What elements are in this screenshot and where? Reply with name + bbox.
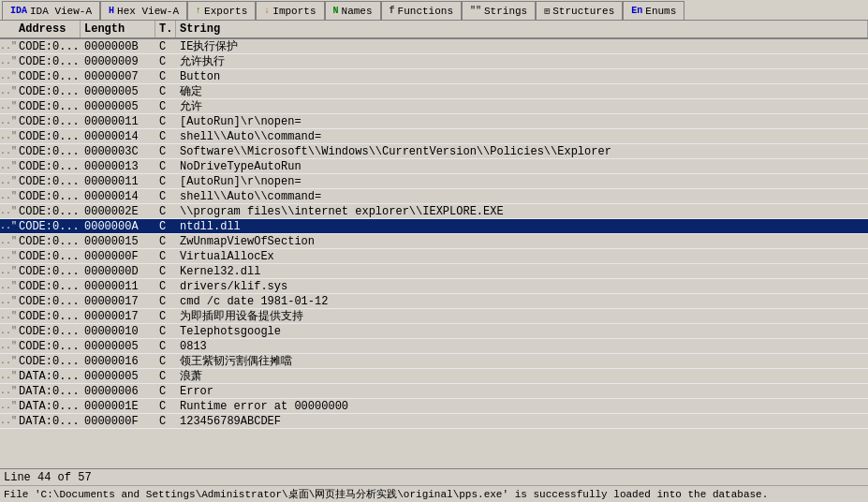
row-address: CODE:0... <box>15 115 81 128</box>
tab-imports-label: Imports <box>272 6 316 17</box>
tab-bar: IDA IDA View-A H Hex View-A ↑ Exports ↓ … <box>0 0 868 21</box>
row-string: ZwUnmapViewOfSection <box>176 235 868 248</box>
row-address: CODE:0... <box>15 145 81 158</box>
row-string: 允许执行 <box>176 53 868 69</box>
row-length: 00000016 <box>81 355 155 368</box>
row-string: Software\\Microsoft\\Windows\\CurrentVer… <box>176 145 868 158</box>
table-row[interactable]: .." DATA:0... 0000001E C Runtime error a… <box>0 399 868 414</box>
table-row[interactable]: .." CODE:0... 00000015 C ZwUnmapViewOfSe… <box>0 234 868 249</box>
tab-functions[interactable]: f Functions <box>381 1 462 20</box>
tab-ida-view-a[interactable]: IDA IDA View-A <box>2 1 100 20</box>
table-row[interactable]: .." DATA:0... 00000005 C 浪萧 <box>0 369 868 384</box>
row-address: CODE:0... <box>15 70 81 83</box>
table-row[interactable]: .." CODE:0... 00000005 C 0813 <box>0 339 868 354</box>
row-address: CODE:0... <box>15 220 81 233</box>
row-address: CODE:0... <box>15 265 81 278</box>
table-row[interactable]: .." CODE:0... 00000017 C cmd /c date 198… <box>0 294 868 309</box>
row-string: 0813 <box>176 340 868 353</box>
row-length: 00000014 <box>81 190 155 203</box>
table-row[interactable]: .." CODE:0... 00000011 C [AutoRun]\r\nop… <box>0 114 868 129</box>
row-type: C <box>155 415 176 428</box>
table-row[interactable]: .." CODE:0... 0000000B C IE执行保护 <box>0 39 868 54</box>
row-address: CODE:0... <box>15 325 81 338</box>
row-type: C <box>155 40 176 53</box>
row-type: C <box>155 55 176 68</box>
row-string: 允许 <box>176 98 868 114</box>
row-type: C <box>155 130 176 143</box>
table-row[interactable]: .." DATA:0... 0000000F C 123456789ABCDEF <box>0 414 868 429</box>
row-address: DATA:0... <box>15 415 81 428</box>
tab-functions-label: Functions <box>398 6 453 17</box>
table-row[interactable]: .." CODE:0... 00000011 C drivers/klif.sy… <box>0 279 868 294</box>
table-row[interactable]: .." CODE:0... 00000014 C shell\\Auto\\co… <box>0 129 868 144</box>
row-type: C <box>155 370 176 383</box>
row-address: DATA:0... <box>15 385 81 398</box>
tab-strings[interactable]: "" Strings <box>462 1 536 20</box>
tab-enums[interactable]: En Enums <box>623 1 684 20</box>
tab-names[interactable]: N Names <box>325 1 381 20</box>
row-length: 00000005 <box>81 340 155 353</box>
table-row[interactable]: .." CODE:0... 00000010 C Telephotsgoogle <box>0 324 868 339</box>
structures-icon: ⊞ <box>544 6 550 17</box>
row-address: CODE:0... <box>15 235 81 248</box>
table-row[interactable]: .." CODE:0... 0000003C C Software\\Micro… <box>0 144 868 159</box>
tab-hex-view-label: Hex View-A <box>117 6 179 17</box>
row-length: 00000005 <box>81 85 155 98</box>
table-row[interactable]: .." CODE:0... 00000007 C Button <box>0 69 868 84</box>
row-string: Runtime error at 00000000 <box>176 400 868 413</box>
table-row[interactable]: .." CODE:0... 00000005 C 确定 <box>0 84 868 99</box>
col-header-string: String <box>176 21 868 37</box>
table-row[interactable]: .." CODE:0... 00000016 C 领王紫韧污割偶往摊噹 <box>0 354 868 369</box>
row-arrow: .." <box>0 416 15 426</box>
row-arrow: .." <box>0 176 15 186</box>
row-string: NoDriveTypeAutoRun <box>176 160 868 173</box>
row-arrow: .." <box>0 161 15 171</box>
row-type: C <box>155 250 176 263</box>
ida-view-icon: IDA <box>10 6 27 16</box>
table-row[interactable]: .." CODE:0... 0000000A C ntdll.dll <box>0 219 868 234</box>
row-arrow: .." <box>0 146 15 156</box>
tab-imports[interactable]: ↓ Imports <box>256 1 324 20</box>
table-row[interactable]: .." CODE:0... 00000009 C 允许执行 <box>0 54 868 69</box>
row-type: C <box>155 145 176 158</box>
row-arrow: .." <box>0 56 15 66</box>
table-row[interactable]: .." CODE:0... 00000005 C 允许 <box>0 99 868 114</box>
row-type: C <box>155 190 176 203</box>
row-string: ntdll.dll <box>176 220 868 233</box>
row-address: DATA:0... <box>15 370 81 383</box>
row-address: CODE:0... <box>15 340 81 353</box>
strings-table[interactable]: .." CODE:0... 0000000B C IE执行保护 .." CODE… <box>0 39 868 468</box>
col-header-address: Address <box>15 21 81 37</box>
tab-structures[interactable]: ⊞ Structures <box>536 1 623 20</box>
tab-exports[interactable]: ↑ Exports <box>187 1 256 20</box>
row-string: Error <box>176 385 868 398</box>
table-row[interactable]: .." CODE:0... 00000013 C NoDriveTypeAuto… <box>0 159 868 174</box>
row-string: Telephotsgoogle <box>176 325 868 338</box>
row-address: CODE:0... <box>15 40 81 53</box>
status-line-text: Line 44 of 57 <box>4 471 92 484</box>
tab-exports-label: Exports <box>204 6 247 17</box>
table-row[interactable]: .." CODE:0... 00000014 C shell\\Auto\\co… <box>0 189 868 204</box>
table-row[interactable]: .." CODE:0... 0000000F C VirtualAllocEx <box>0 249 868 264</box>
row-length: 0000000F <box>81 250 155 263</box>
row-address: DATA:0... <box>15 400 81 413</box>
row-arrow: .." <box>0 41 15 52</box>
row-address: CODE:0... <box>15 55 81 68</box>
column-headers: Address Length T... String <box>0 21 868 39</box>
row-length: 0000000D <box>81 265 155 278</box>
row-length: 00000006 <box>81 385 155 398</box>
row-arrow: .." <box>0 356 15 366</box>
row-string: [AutoRun]\r\nopen= <box>176 115 868 128</box>
row-length: 00000017 <box>81 310 155 323</box>
table-row[interactable]: .." CODE:0... 00000011 C [AutoRun]\r\nop… <box>0 174 868 189</box>
tab-ida-view-label: IDA View-A <box>30 6 92 17</box>
table-row[interactable]: .." CODE:0... 00000017 C 为即插即用设备提供支持 <box>0 309 868 324</box>
table-row[interactable]: .." CODE:0... 0000000D C Kernel32.dll <box>0 264 868 279</box>
row-arrow: .." <box>0 281 15 291</box>
row-address: CODE:0... <box>15 205 81 218</box>
row-arrow: .." <box>0 86 15 96</box>
table-row[interactable]: .." DATA:0... 00000006 C Error <box>0 384 868 399</box>
row-type: C <box>155 115 176 128</box>
tab-hex-view-a[interactable]: H Hex View-A <box>100 1 187 20</box>
table-row[interactable]: .." CODE:0... 0000002E C \\program files… <box>0 204 868 219</box>
